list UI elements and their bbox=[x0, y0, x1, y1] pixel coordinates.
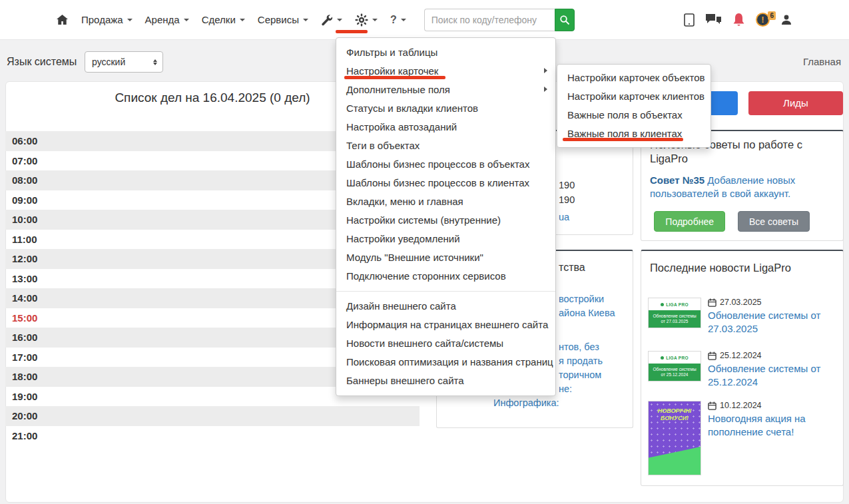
menu-divider bbox=[336, 291, 555, 292]
search-box bbox=[424, 9, 575, 31]
leads-button[interactable]: Лиды bbox=[748, 91, 843, 115]
thumbnail-caption: Обновление системы от 27.03.2025 bbox=[649, 310, 701, 328]
language-label: Язык системы bbox=[7, 56, 77, 68]
agency-infographic-link[interactable]: Инфографика: bbox=[493, 397, 559, 408]
agency-link-fragment[interactable]: айона Киева bbox=[559, 308, 615, 318]
schedule-row[interactable]: 20:00 bbox=[5, 406, 420, 426]
tip-link[interactable]: Совет №35 Добавление новых пользователей… bbox=[650, 174, 836, 200]
menu-item-system-settings[interactable]: Настройки системы (внутренние) bbox=[336, 211, 555, 230]
chevron-down-icon bbox=[184, 19, 189, 21]
news-item-link[interactable]: Обновление системы от 27.03.2025 bbox=[708, 309, 836, 336]
menu-item-site-news[interactable]: Новости внешнего сайта/системы bbox=[336, 334, 555, 353]
news-item-link[interactable]: Обновление системы от 25.12.2024 bbox=[708, 362, 836, 389]
news-date: 10.12.2024 bbox=[708, 401, 836, 410]
all-tips-button[interactable]: Все советы bbox=[738, 211, 810, 232]
card-settings-submenu: Настройки карточек объектов Настройки ка… bbox=[557, 64, 711, 148]
menu-item-seo[interactable]: Поисковая оптимизация и названия страниц bbox=[336, 353, 555, 372]
menu-item-filters-tables[interactable]: Фильтры и таблицы bbox=[336, 43, 555, 62]
nav-tools-menu[interactable] bbox=[321, 14, 342, 26]
ligapro-logo: LIGA PRO bbox=[649, 352, 701, 364]
news-date: 25.12.2024 bbox=[708, 351, 836, 360]
search-icon bbox=[559, 15, 570, 25]
menu-item-bp-templates-clients[interactable]: Шаблоны бизнес процессов в клиентах bbox=[336, 174, 555, 192]
news-thumbnail[interactable]: LIGA PRO Обновление системы от 27.03.202… bbox=[648, 298, 701, 328]
agency-link-fragment[interactable]: торичном bbox=[559, 370, 601, 380]
promo-label: НОВОРІЧНІ БОНУСИ! bbox=[649, 407, 701, 422]
menu-item-site-banners[interactable]: Баннеры внешнего сайта bbox=[336, 372, 555, 390]
calendar-icon bbox=[708, 401, 716, 410]
nav-settings-menu[interactable] bbox=[355, 13, 378, 27]
tip-details-button[interactable]: Подробнее bbox=[654, 211, 725, 232]
balance-icon[interactable]: ! 6 bbox=[756, 13, 770, 27]
nav-services-menu[interactable]: Сервисы bbox=[258, 14, 308, 25]
menu-item-client-statuses[interactable]: Статусы и вкладки клиентов bbox=[336, 99, 555, 118]
menu-item-site-pages-info[interactable]: Информация на страницах внешнего сайта bbox=[336, 316, 555, 334]
chevron-down-icon bbox=[372, 19, 378, 21]
menu-item-tabs-menu-main[interactable]: Вкладки, меню и главная bbox=[336, 192, 555, 211]
gear-icon bbox=[355, 13, 368, 27]
schedule-row[interactable]: 21:00 bbox=[5, 426, 420, 446]
news-thumbnail[interactable]: НОВОРІЧНІ БОНУСИ! bbox=[648, 401, 701, 475]
submenu-item-object-cards[interactable]: Настройки карточек объектов bbox=[557, 69, 710, 87]
settings-dropdown-menu: Фильтры и таблицы Настройки карточек Доп… bbox=[336, 37, 556, 396]
chevron-down-icon bbox=[240, 19, 245, 21]
menu-item-bp-templates-objects[interactable]: Шаблоны бизнес процессов в объектах bbox=[336, 155, 555, 174]
annotation-underline-card-settings bbox=[344, 76, 445, 79]
search-button[interactable] bbox=[555, 9, 575, 31]
nav-rent-menu[interactable]: Аренда bbox=[145, 14, 189, 25]
news-thumbnail[interactable]: LIGA PRO Обновление системы от 25.12.202… bbox=[648, 351, 701, 381]
language-select[interactable]: русский bbox=[85, 51, 163, 73]
contacts-link-fragment[interactable]: ua bbox=[559, 212, 569, 222]
submenu-item-client-cards[interactable]: Настройки карточек клиентов bbox=[557, 87, 710, 106]
news-item-text: 27.03.2025 Обновление системы от 27.03.2… bbox=[708, 298, 836, 336]
nav-deals-menu[interactable]: Сделки bbox=[202, 14, 245, 25]
menu-item-external-sources[interactable]: Модуль "Внешние источники" bbox=[336, 248, 555, 267]
menu-item-additional-fields[interactable]: Дополнительные поля bbox=[336, 81, 555, 99]
menu-item-object-tags[interactable]: Теги в объектах bbox=[336, 136, 555, 155]
chat-icon[interactable] bbox=[705, 13, 722, 27]
news-item: LIGA PRO Обновление системы от 27.03.202… bbox=[648, 298, 836, 336]
nav-sale-menu[interactable]: Продажа bbox=[81, 14, 133, 25]
breadcrumb-home-link[interactable]: Главная bbox=[803, 56, 841, 67]
home-button[interactable] bbox=[56, 14, 69, 25]
contacts-fragment: 190 bbox=[559, 194, 575, 205]
submenu-item-important-fields-objects[interactable]: Важные поля в объектах bbox=[557, 106, 710, 125]
select-arrows-icon bbox=[153, 59, 157, 65]
news-item: LIGA PRO Обновление системы от 25.12.202… bbox=[648, 351, 836, 389]
mobile-version-icon[interactable] bbox=[684, 13, 695, 27]
menu-item-notification-settings[interactable]: Настройки уведомлений bbox=[336, 230, 555, 248]
agency-link-fragment[interactable]: не: bbox=[559, 383, 572, 394]
annotation-underline-gear bbox=[336, 30, 368, 33]
news-item-text: 25.12.2024 Обновление системы от 25.12.2… bbox=[708, 351, 836, 389]
tips-buttons: Подробнее Все советы bbox=[641, 211, 843, 232]
balance-badge: 6 bbox=[768, 11, 776, 20]
help-icon: ? bbox=[390, 14, 397, 26]
news-item: НОВОРІЧНІ БОНУСИ! 10.12.2024 Новогодняя … bbox=[648, 401, 836, 475]
chevron-right-icon bbox=[544, 68, 547, 73]
menu-item-third-party-services[interactable]: Подключение сторонних сервисов bbox=[336, 267, 555, 286]
language-select-value: русский bbox=[92, 57, 125, 67]
menu-item-autotasks[interactable]: Настройка автозаданий bbox=[336, 118, 555, 136]
menu-item-site-design[interactable]: Дизайн внешнего сайта bbox=[336, 297, 555, 316]
agency-link-fragment[interactable]: нтов, без bbox=[559, 342, 599, 352]
chevron-down-icon bbox=[303, 19, 308, 21]
tip-number: Совет №35 bbox=[650, 174, 705, 186]
notifications-bell-icon[interactable] bbox=[732, 13, 745, 27]
leaf-icon bbox=[661, 303, 664, 306]
news-item-link[interactable]: Новогодняя акция на пополнение счета! bbox=[708, 412, 836, 439]
agency-panel-title-fragment: тства bbox=[559, 262, 585, 274]
news-panel-title: Последние новости LigaPro bbox=[650, 262, 791, 274]
agency-link-fragment[interactable]: я продать bbox=[559, 356, 603, 366]
news-item-text: 10.12.2024 Новогодняя акция на пополнени… bbox=[708, 401, 836, 475]
user-profile-icon[interactable] bbox=[780, 14, 792, 26]
chevron-right-icon bbox=[544, 87, 547, 92]
nav-help-menu[interactable]: ? bbox=[390, 14, 406, 26]
chevron-down-icon bbox=[401, 19, 406, 21]
calendar-icon bbox=[708, 298, 716, 307]
agency-link-fragment[interactable]: востройки bbox=[559, 294, 604, 304]
ligapro-logo: LIGA PRO bbox=[649, 298, 701, 310]
search-input[interactable] bbox=[424, 9, 555, 31]
chevron-down-icon bbox=[127, 19, 133, 21]
news-panel: Последние новости LigaPro LIGA PRO Обнов… bbox=[641, 250, 844, 486]
calendar-icon bbox=[708, 352, 716, 360]
